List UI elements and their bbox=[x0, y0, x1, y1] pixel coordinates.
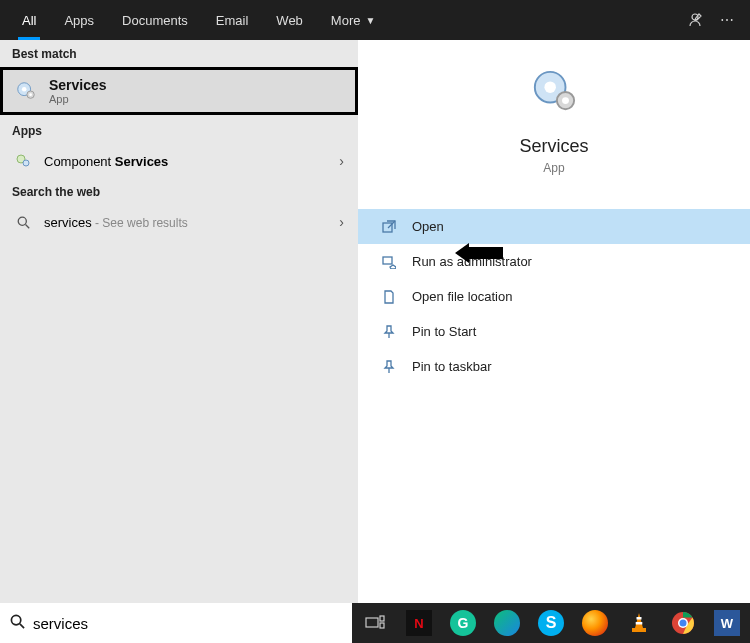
action-label: Pin to taskbar bbox=[412, 359, 492, 374]
preview-panel: Services App Open Run as administrator O… bbox=[358, 40, 750, 603]
search-input[interactable] bbox=[33, 615, 342, 632]
tab-label: All bbox=[22, 13, 36, 28]
more-options-icon[interactable]: ⋯ bbox=[712, 12, 742, 28]
action-list: Open Run as administrator Open file loca… bbox=[358, 209, 750, 384]
svg-rect-19 bbox=[380, 623, 384, 628]
action-pin-to-taskbar[interactable]: Pin to taskbar bbox=[358, 349, 750, 384]
svg-rect-13 bbox=[383, 223, 392, 232]
task-view-icon[interactable] bbox=[360, 608, 390, 638]
action-pin-to-start[interactable]: Pin to Start bbox=[358, 314, 750, 349]
search-category-tabs: All Apps Documents Email Web More▼ ⋯ bbox=[0, 0, 750, 40]
tab-label: Documents bbox=[122, 13, 188, 28]
svg-point-15 bbox=[11, 615, 20, 624]
tab-label: More bbox=[331, 13, 361, 28]
svg-rect-14 bbox=[383, 257, 392, 264]
action-open[interactable]: Open bbox=[358, 209, 750, 244]
svg-rect-20 bbox=[632, 628, 646, 632]
svg-point-2 bbox=[22, 87, 27, 92]
svg-point-4 bbox=[29, 93, 32, 96]
svg-point-10 bbox=[544, 81, 556, 93]
result-title: Services bbox=[49, 77, 107, 93]
preview-subtitle: App bbox=[543, 161, 564, 175]
best-match-header: Best match bbox=[0, 40, 358, 67]
results-panel: Best match Services App Apps Component S… bbox=[0, 40, 358, 603]
tab-label: Email bbox=[216, 13, 249, 28]
result-subtitle: App bbox=[49, 93, 107, 105]
svg-rect-22 bbox=[636, 622, 643, 625]
file-location-icon bbox=[380, 290, 398, 304]
tab-label: Web bbox=[276, 13, 303, 28]
pin-icon bbox=[380, 325, 398, 339]
firefox-icon[interactable] bbox=[580, 608, 610, 638]
action-label: Pin to Start bbox=[412, 324, 476, 339]
svg-line-8 bbox=[25, 224, 29, 228]
grammarly-icon[interactable]: G bbox=[448, 608, 478, 638]
tab-web[interactable]: Web bbox=[262, 0, 317, 40]
tab-more[interactable]: More▼ bbox=[317, 0, 390, 40]
chevron-right-icon: › bbox=[339, 214, 344, 230]
preview-title: Services bbox=[519, 136, 588, 157]
action-label: Open bbox=[412, 219, 444, 234]
svg-line-16 bbox=[20, 624, 24, 628]
svg-point-12 bbox=[562, 97, 569, 104]
vlc-icon[interactable] bbox=[624, 608, 654, 638]
edge-icon[interactable] bbox=[492, 608, 522, 638]
action-label: Open file location bbox=[412, 289, 512, 304]
services-icon bbox=[531, 68, 577, 118]
svg-rect-21 bbox=[637, 617, 642, 620]
action-run-as-admin[interactable]: Run as administrator bbox=[358, 244, 750, 279]
chevron-down-icon: ▼ bbox=[365, 15, 375, 26]
feedback-icon[interactable] bbox=[682, 12, 712, 28]
svg-point-6 bbox=[23, 160, 29, 166]
skype-icon[interactable]: S bbox=[536, 608, 566, 638]
tab-apps[interactable]: Apps bbox=[50, 0, 108, 40]
taskbar-search[interactable] bbox=[0, 603, 352, 643]
taskbar: N G S W bbox=[0, 603, 750, 643]
open-icon bbox=[380, 220, 398, 234]
web-header: Search the web bbox=[0, 178, 358, 205]
tab-all[interactable]: All bbox=[8, 0, 50, 40]
tab-documents[interactable]: Documents bbox=[108, 0, 202, 40]
result-component-services[interactable]: Component Services › bbox=[0, 144, 358, 178]
chrome-icon[interactable] bbox=[668, 608, 698, 638]
admin-icon bbox=[380, 255, 398, 269]
pin-icon bbox=[380, 360, 398, 374]
svg-rect-17 bbox=[366, 618, 378, 627]
services-icon bbox=[15, 80, 37, 102]
action-open-file-location[interactable]: Open file location bbox=[358, 279, 750, 314]
svg-rect-18 bbox=[380, 616, 384, 621]
svg-point-25 bbox=[680, 620, 687, 627]
chevron-right-icon: › bbox=[339, 153, 344, 169]
word-icon[interactable]: W bbox=[712, 608, 742, 638]
action-label: Run as administrator bbox=[412, 254, 532, 269]
component-services-icon bbox=[14, 154, 32, 168]
taskbar-tray: N G S W bbox=[352, 603, 750, 643]
netflix-icon[interactable]: N bbox=[404, 608, 434, 638]
search-icon bbox=[14, 216, 32, 229]
search-icon bbox=[10, 614, 25, 632]
result-label: Component Services bbox=[44, 154, 327, 169]
result-web-services[interactable]: services - See web results › bbox=[0, 205, 358, 239]
tab-email[interactable]: Email bbox=[202, 0, 263, 40]
best-match-result[interactable]: Services App bbox=[0, 67, 358, 115]
svg-point-7 bbox=[18, 217, 26, 225]
result-label: services - See web results bbox=[44, 215, 327, 230]
tab-label: Apps bbox=[64, 13, 94, 28]
apps-header: Apps bbox=[0, 117, 358, 144]
